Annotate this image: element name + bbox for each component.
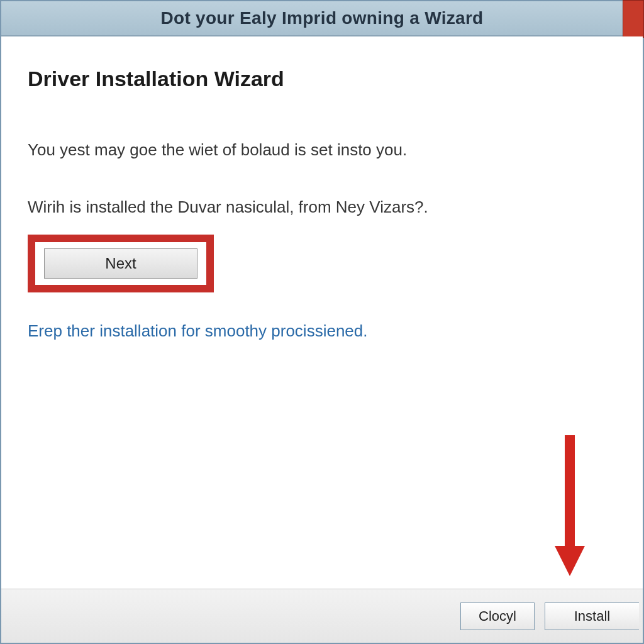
window-title: Dot your Ealy Imprid owning a Wizard: [160, 8, 483, 28]
titlebar[interactable]: Dot your Ealy Imprid owning a Wizard: [1, 1, 643, 36]
highlight-annotation: Next: [28, 235, 214, 292]
wizard-content: Driver Installation Wizard You yest may …: [1, 36, 643, 589]
close-button[interactable]: [623, 0, 644, 38]
arrow-annotation-icon: [561, 435, 579, 580]
next-button[interactable]: Next: [44, 248, 197, 279]
clocyl-button[interactable]: Clocyl: [460, 602, 535, 630]
install-button[interactable]: Install: [545, 602, 639, 630]
intro-text-2: Wirih is installed the Duvar nasiculal, …: [28, 196, 616, 218]
intro-text-1: You yest may goe the wiet of bolaud is s…: [28, 139, 616, 161]
wizard-window: Dot your Ealy Imprid owning a Wizard Dri…: [0, 0, 644, 644]
page-heading: Driver Installation Wizard: [28, 67, 616, 91]
wizard-footer: Clocyl Install: [1, 589, 643, 643]
info-link[interactable]: Erep ther installation for smoothy proci…: [28, 320, 616, 342]
